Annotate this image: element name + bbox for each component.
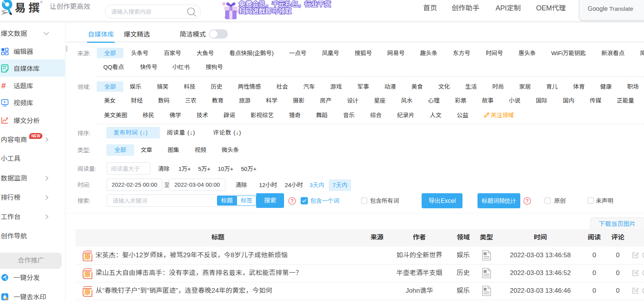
svg-text:扫码进群即可领取: 扫码进群即可领取 [239,6,292,15]
svg-text:原: 原 [84,251,91,261]
svg-text:原: 原 [84,287,91,297]
svg-text:原: 原 [84,269,91,279]
